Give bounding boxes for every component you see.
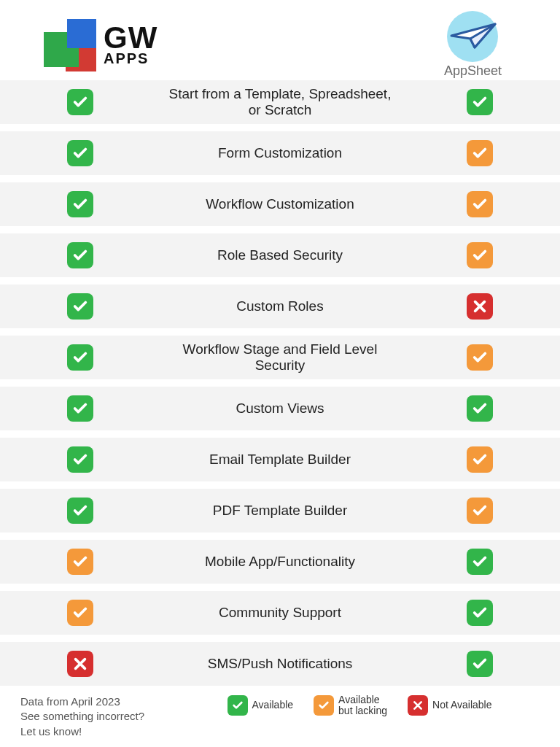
gwapps-cell [0, 549, 160, 575]
check-icon [67, 293, 93, 320]
table-row: SMS/Push Notifications [0, 642, 560, 686]
footer: Data from April 2023 See something incor… [0, 690, 560, 739]
feature-label: Role Based Security [160, 247, 400, 263]
legend: Available Available but lacking Not Avai… [174, 694, 545, 716]
table-row: Mobile App/Functionality [0, 540, 560, 584]
check-icon [467, 242, 493, 268]
gwapps-cell [0, 140, 160, 166]
gwapps-cell [0, 395, 160, 422]
check-icon [467, 549, 493, 575]
appsheet-logo: AppSheet [444, 11, 502, 79]
gwapps-logo-text-top: GW [104, 23, 158, 53]
legend-available-label: Available [252, 700, 294, 711]
gwapps-cell [0, 600, 160, 626]
feature-label: Workflow Customization [160, 196, 400, 212]
appsheet-logo-mark [447, 11, 498, 62]
appsheet-cell [400, 344, 560, 371]
cross-icon [67, 651, 93, 677]
cross-icon [408, 695, 428, 716]
legend-partial: Available but lacking [314, 694, 387, 716]
table-row: Role Based Security [0, 233, 560, 277]
appsheet-cell [400, 446, 560, 473]
appsheet-cell [400, 89, 560, 115]
footer-note: Data from April 2023 See something incor… [20, 694, 174, 739]
check-icon [67, 446, 93, 473]
feature-label: Start from a Template, Spreadsheet, or S… [160, 86, 400, 118]
feature-label: Community Support [160, 605, 400, 621]
gwapps-logo-mark [44, 19, 96, 70]
check-icon [467, 89, 493, 115]
check-icon [467, 191, 493, 217]
gwapps-cell [0, 293, 160, 320]
check-icon [67, 140, 93, 166]
feature-label: Form Customization [160, 145, 400, 161]
comparison-table: Start from a Template, Spreadsheet, or S… [0, 80, 560, 686]
gwapps-cell [0, 191, 160, 217]
table-row: Custom Views [0, 387, 560, 430]
gwapps-cell [0, 651, 160, 677]
legend-not: Not Available [408, 695, 491, 716]
check-icon [67, 191, 93, 217]
legend-available: Available [228, 695, 294, 716]
check-icon [67, 344, 93, 371]
check-icon [467, 140, 493, 166]
table-row: Workflow Stage and Field Level Security [0, 336, 560, 379]
paper-plane-icon [450, 21, 498, 50]
check-icon [67, 498, 93, 524]
appsheet-cell [400, 191, 560, 217]
check-icon [67, 395, 93, 422]
table-row: Community Support [0, 591, 560, 635]
check-icon [228, 695, 248, 716]
gwapps-cell [0, 498, 160, 524]
appsheet-cell [400, 395, 560, 422]
gwapps-cell [0, 242, 160, 268]
table-row: Custom Roles [0, 285, 560, 328]
gwapps-cell [0, 89, 160, 115]
legend-not-label: Not Available [432, 700, 491, 711]
appsheet-cell [400, 498, 560, 524]
legend-partial-label: Available but lacking [338, 694, 387, 716]
table-row: Start from a Template, Spreadsheet, or S… [0, 80, 560, 124]
appsheet-cell [400, 242, 560, 268]
appsheet-cell [400, 600, 560, 626]
check-icon [467, 344, 493, 371]
table-row: Workflow Customization [0, 182, 560, 226]
footer-line1: Data from April 2023 [20, 694, 174, 709]
check-icon [67, 600, 93, 626]
gwapps-cell [0, 344, 160, 371]
appsheet-cell [400, 140, 560, 166]
check-icon [314, 695, 334, 716]
appsheet-cell [400, 549, 560, 575]
gwapps-logo: GW APPS [44, 19, 158, 70]
appsheet-cell [400, 293, 560, 320]
feature-label: Email Template Builder [160, 452, 400, 468]
feature-label: Custom Views [160, 400, 400, 417]
feature-label: PDF Template Builder [160, 503, 400, 519]
check-icon [67, 549, 93, 575]
feature-label: Workflow Stage and Field Level Security [160, 341, 400, 374]
gwapps-cell [0, 446, 160, 473]
appsheet-cell [400, 651, 560, 677]
check-icon [467, 651, 493, 677]
cross-icon [467, 293, 493, 320]
header: GW APPS AppSheet [0, 0, 560, 80]
check-icon [467, 498, 493, 524]
check-icon [467, 600, 493, 626]
feature-label: SMS/Push Notifications [160, 656, 400, 672]
check-icon [67, 242, 93, 268]
table-row: Form Customization [0, 131, 560, 175]
appsheet-logo-text: AppSheet [444, 63, 502, 79]
feature-label: Custom Roles [160, 298, 400, 314]
let-us-know-link[interactable]: Let us know! [20, 725, 82, 738]
check-icon [467, 446, 493, 473]
check-icon [67, 89, 93, 115]
table-row: Email Template Builder [0, 438, 560, 481]
footer-line2: See something incorrect? [20, 709, 174, 724]
feature-label: Mobile App/Functionality [160, 554, 400, 570]
check-icon [467, 395, 493, 422]
table-row: PDF Template Builder [0, 489, 560, 533]
